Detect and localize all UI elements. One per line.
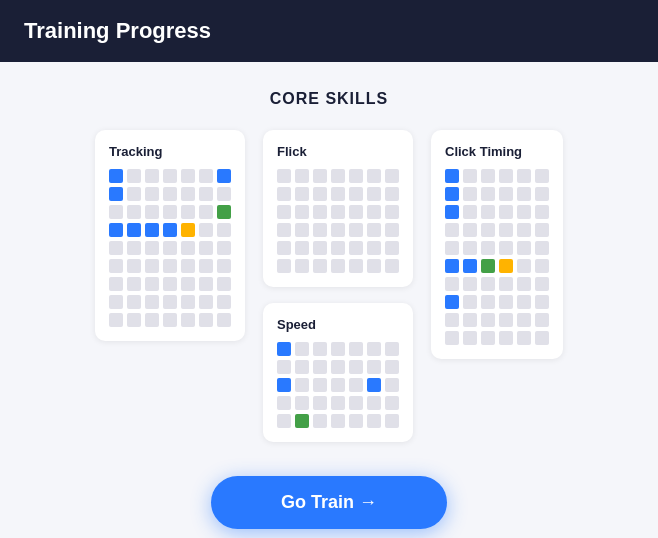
app-container: Training Progress CORE SKILLS Tracking xyxy=(0,0,658,538)
go-train-button[interactable]: Go Train → xyxy=(211,476,447,529)
main-content: CORE SKILLS Tracking xyxy=(0,62,658,538)
skill-title-tracking: Tracking xyxy=(109,144,231,159)
dot-grid-click-timing xyxy=(445,169,549,345)
page-title: Training Progress xyxy=(24,18,211,43)
dot-grid-speed xyxy=(277,342,399,428)
skill-card-speed: Speed xyxy=(263,303,413,442)
skill-card-tracking: Tracking xyxy=(95,130,245,341)
skill-title-speed: Speed xyxy=(277,317,399,332)
dot-grid-flick xyxy=(277,169,399,273)
header: Training Progress xyxy=(0,0,658,62)
skill-title-flick: Flick xyxy=(277,144,399,159)
skill-title-click-timing: Click Timing xyxy=(445,144,549,159)
middle-col: Flick Speed xyxy=(263,130,413,442)
section-title: CORE SKILLS xyxy=(270,90,389,108)
dot-grid-tracking xyxy=(109,169,231,327)
skill-card-flick: Flick xyxy=(263,130,413,287)
skills-grid: Tracking xyxy=(95,130,563,442)
skill-card-click-timing: Click Timing xyxy=(431,130,563,359)
